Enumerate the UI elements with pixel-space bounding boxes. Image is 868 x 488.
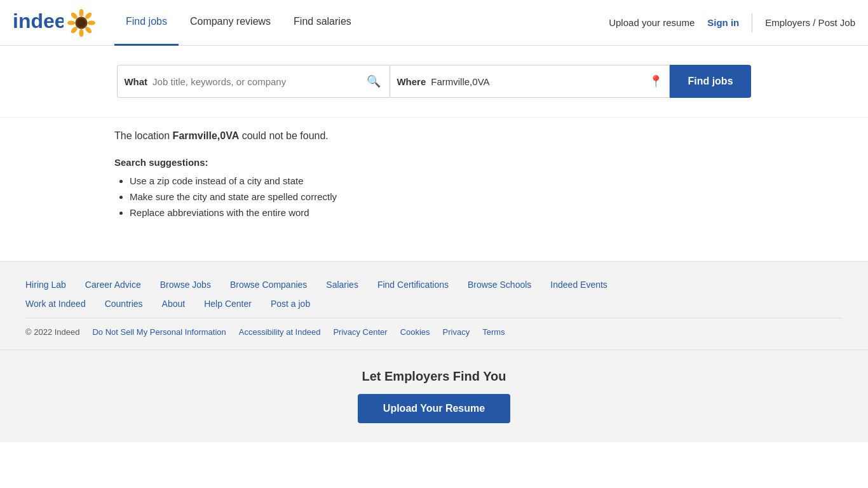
footer-browse-schools[interactable]: Browse Schools — [468, 280, 531, 290]
footer: Hiring Lab Career Advice Browse Jobs Bro… — [0, 261, 868, 349]
svg-point-7 — [67, 20, 75, 25]
footer-post-a-job[interactable]: Post a job — [271, 299, 310, 309]
footer-find-certifications[interactable]: Find Certifications — [377, 280, 449, 290]
svg-point-3 — [88, 20, 95, 25]
sign-in-link[interactable]: Sign in — [707, 17, 739, 28]
employers-post-job-link[interactable]: Employers / Post Job — [765, 17, 855, 28]
search-icon-button[interactable]: 🔍 — [364, 74, 383, 88]
suggestion-item-2: Make sure the city and state are spelled… — [130, 191, 754, 202]
logo-text: indeed — [13, 9, 64, 36]
footer-browse-companies[interactable]: Browse Companies — [230, 280, 307, 290]
footer-indeed-events[interactable]: Indeed Events — [550, 280, 607, 290]
footer-row-1: Hiring Lab Career Advice Browse Jobs Bro… — [25, 280, 843, 290]
suggestions-list: Use a zip code instead of a city and sta… — [114, 175, 754, 218]
footer-hiring-lab[interactable]: Hiring Lab — [25, 280, 66, 290]
error-location-bold: Farmville,0VA — [173, 130, 240, 141]
what-label: What — [124, 76, 147, 87]
cta-title: Let Employers Find You — [13, 369, 855, 384]
find-jobs-button[interactable]: Find jobs — [670, 65, 750, 98]
sunflower-icon — [67, 9, 95, 37]
suggestion-item-1: Use a zip code instead of a city and sta… — [130, 175, 754, 186]
footer-row-2: Work at Indeed Countries About Help Cent… — [25, 299, 843, 309]
footer-terms[interactable]: Terms — [482, 327, 505, 337]
error-message: The location Farmville,0VA could not be … — [114, 130, 754, 142]
error-section: The location Farmville,0VA could not be … — [0, 118, 868, 261]
footer-legal: © 2022 Indeed Do Not Sell My Personal In… — [25, 318, 843, 337]
suggestion-item-3: Replace abbreviations with the entire wo… — [130, 207, 754, 218]
upload-resume-link[interactable]: Upload your resume — [609, 17, 695, 28]
footer-salaries[interactable]: Salaries — [326, 280, 358, 290]
footer-do-not-sell[interactable]: Do Not Sell My Personal Information — [92, 327, 226, 337]
footer-help-center[interactable]: Help Center — [204, 299, 252, 309]
footer-browse-jobs[interactable]: Browse Jobs — [160, 280, 211, 290]
main-nav: Find jobs Company reviews Find salaries — [114, 0, 363, 46]
logo-link[interactable]: indeed — [13, 9, 95, 37]
footer-cookies[interactable]: Cookies — [400, 327, 430, 337]
where-input[interactable] — [431, 76, 649, 87]
header-right: Upload your resume Sign in Employers / P… — [609, 13, 855, 32]
svg-point-1 — [79, 9, 83, 17]
where-label: Where — [397, 76, 426, 87]
footer-career-advice[interactable]: Career Advice — [85, 280, 141, 290]
header: indeed Find jobs Company reviews Find sa — [0, 0, 868, 46]
svg-point-10 — [77, 18, 86, 27]
footer-privacy[interactable]: Privacy — [443, 327, 470, 337]
suggestions-title: Search suggestions: — [114, 157, 754, 168]
where-search-box: Where 📍 — [390, 65, 670, 98]
footer-accessibility[interactable]: Accessibility at Indeed — [239, 327, 321, 337]
nav-find-jobs[interactable]: Find jobs — [114, 0, 179, 46]
cta-banner: Let Employers Find You Upload Your Resum… — [0, 349, 868, 442]
footer-privacy-center[interactable]: Privacy Center — [333, 327, 387, 337]
upload-your-resume-button[interactable]: Upload Your Resume — [358, 394, 510, 423]
copyright-text: © 2022 Indeed — [25, 327, 79, 337]
svg-text:indeed: indeed — [13, 10, 64, 32]
search-section: What 🔍 Where 📍 Find jobs — [0, 46, 868, 117]
nav-company-reviews[interactable]: Company reviews — [179, 0, 282, 46]
svg-point-5 — [79, 29, 83, 36]
footer-work-at-indeed[interactable]: Work at Indeed — [25, 299, 86, 309]
footer-about[interactable]: About — [162, 299, 186, 309]
nav-find-salaries[interactable]: Find salaries — [282, 0, 363, 46]
what-search-box: What 🔍 — [117, 65, 390, 98]
location-pin-icon: 📍 — [649, 74, 663, 88]
header-divider — [752, 13, 752, 32]
what-input[interactable] — [153, 76, 364, 87]
footer-countries[interactable]: Countries — [105, 299, 143, 309]
